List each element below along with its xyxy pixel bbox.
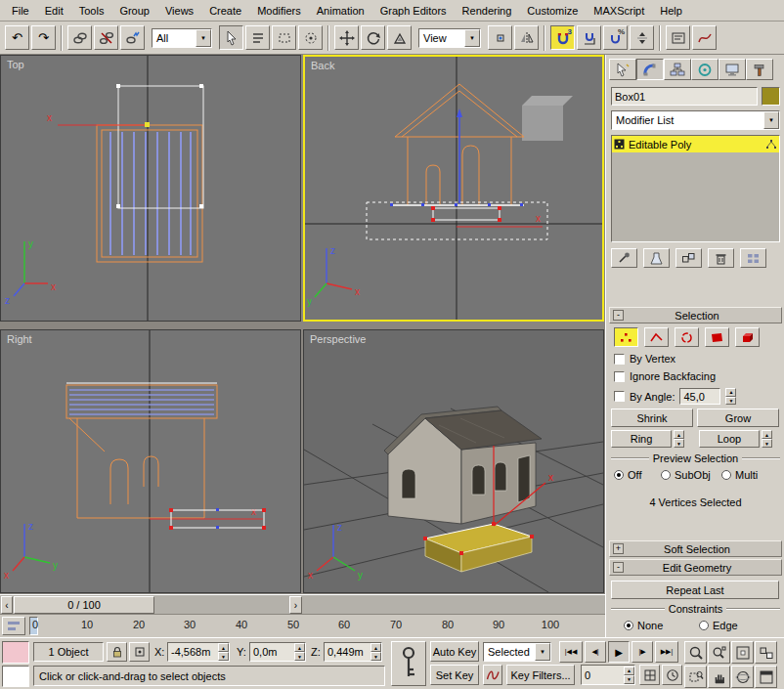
- set-key-selection-dropdown[interactable]: Selected ▼: [483, 642, 551, 662]
- constraint-edge-radio-row[interactable]: Edge: [699, 620, 738, 631]
- viewport-perspective[interactable]: Perspective: [303, 329, 604, 593]
- y-spinner[interactable]: ▲▼: [294, 643, 305, 661]
- arc-rotate-button[interactable]: [731, 666, 754, 688]
- time-slider-prev-button[interactable]: ‹: [1, 596, 13, 614]
- rollout-edit-geometry-header[interactable]: - Edit Geometry: [609, 559, 782, 576]
- subobject-element-button[interactable]: [735, 327, 760, 347]
- constraint-edge-radio[interactable]: [699, 621, 709, 630]
- y-coordinate-field[interactable]: 0,0m ▲▼: [249, 642, 306, 662]
- undo-button[interactable]: ↶: [5, 25, 29, 50]
- macro-recorder-mini-listener[interactable]: [2, 641, 29, 664]
- modifier-stack[interactable]: Editable Poly: [611, 135, 780, 242]
- window-crossing-toggle[interactable]: [298, 25, 323, 50]
- menu-item-file[interactable]: File: [4, 1, 37, 21]
- modifier-list-dropdown[interactable]: Modifier List ▼: [611, 110, 780, 130]
- remove-modifier-button[interactable]: [708, 248, 734, 268]
- zoom-region-button[interactable]: [684, 666, 707, 688]
- object-name-field[interactable]: Box01: [611, 87, 758, 106]
- viewport-right-canvas[interactable]: x z y x: [1, 330, 300, 592]
- tab-modify[interactable]: [636, 59, 664, 80]
- zoom-button[interactable]: [684, 641, 707, 664]
- house-plan-wireframe[interactable]: [97, 125, 202, 262]
- show-end-result-button[interactable]: [643, 248, 670, 268]
- rollout-soft-selection-header[interactable]: + Soft Selection: [609, 540, 782, 557]
- transform-gizmo[interactable]: x: [47, 112, 150, 127]
- redo-button[interactable]: ↷: [31, 25, 56, 50]
- snap-toggle-3d-button[interactable]: 3: [550, 25, 575, 50]
- key-mode-toggle-button[interactable]: [639, 665, 660, 685]
- menu-item-views[interactable]: Views: [157, 1, 201, 21]
- ignore-backfacing-checkbox[interactable]: [614, 371, 625, 382]
- spinner-down-icon[interactable]: ▼: [624, 675, 634, 684]
- spinner-down-icon[interactable]: ▼: [674, 439, 684, 448]
- preview-multi-radio[interactable]: [721, 470, 731, 480]
- selected-box-back-view[interactable]: [431, 206, 501, 222]
- select-by-name-button[interactable]: [245, 25, 270, 50]
- default-tangent-button[interactable]: [483, 665, 502, 685]
- x-spinner[interactable]: ▲▼: [218, 643, 229, 661]
- frame-spinner[interactable]: ▲▼: [624, 667, 634, 684]
- z-coordinate-field[interactable]: 0,449m ▲▼: [324, 642, 382, 662]
- use-center-flyout-button[interactable]: [488, 25, 512, 50]
- select-and-link-button[interactable]: [67, 25, 92, 50]
- menu-item-create[interactable]: Create: [201, 1, 249, 21]
- viewport-back-label[interactable]: Back: [311, 60, 334, 71]
- tab-hierarchy[interactable]: [664, 59, 691, 80]
- select-and-rotate-button[interactable]: [361, 25, 385, 50]
- spinner-down-icon[interactable]: ▼: [762, 439, 772, 448]
- go-to-end-button[interactable]: ▶▶|: [655, 641, 678, 663]
- preview-multi-radio-row[interactable]: Multi: [721, 469, 758, 481]
- spinner-up-icon[interactable]: ▲: [370, 643, 381, 652]
- by-vertex-checkbox[interactable]: [614, 354, 625, 365]
- mirror-button[interactable]: [514, 25, 539, 50]
- viewport-back-canvas[interactable]: x z x y: [305, 57, 602, 320]
- tab-utilities[interactable]: [746, 59, 773, 80]
- loop-button[interactable]: Loop: [699, 430, 760, 448]
- key-filters-button[interactable]: Key Filters...: [506, 665, 575, 685]
- absolute-offset-toggle[interactable]: [129, 642, 150, 662]
- select-object-button[interactable]: [219, 25, 243, 50]
- constraint-none-radio[interactable]: [624, 621, 633, 630]
- time-slider[interactable]: ‹ 0 / 100 ›: [0, 594, 605, 614]
- viewport-perspective-label[interactable]: Perspective: [310, 333, 366, 345]
- spinner-down-icon[interactable]: ▼: [294, 652, 305, 661]
- by-vertex-checkbox-row[interactable]: By Vertex: [614, 353, 675, 365]
- go-to-start-button[interactable]: |◀◀: [559, 641, 583, 663]
- set-key-button[interactable]: Set Key: [430, 665, 479, 685]
- spinner-up-icon[interactable]: ▲: [624, 667, 634, 675]
- tab-motion[interactable]: [691, 59, 719, 80]
- subobject-vertex-button[interactable]: [614, 327, 638, 347]
- viewport-top-label[interactable]: Top: [7, 59, 24, 70]
- tab-display[interactable]: [719, 59, 746, 80]
- ring-spinner[interactable]: ▲ ▼: [674, 430, 684, 448]
- spinner-down-icon[interactable]: ▼: [725, 397, 736, 406]
- roof-beams[interactable]: [66, 383, 217, 418]
- viewport-perspective-canvas[interactable]: x z x y: [304, 330, 603, 592]
- reference-coordinate-dropdown[interactable]: View ▼: [418, 28, 481, 48]
- spinner-snap-button[interactable]: [630, 25, 654, 50]
- viewport-right-label[interactable]: Right: [7, 333, 32, 345]
- ring-button[interactable]: Ring: [611, 430, 672, 448]
- subobject-edge-button[interactable]: [644, 327, 669, 347]
- spinner-up-icon[interactable]: ▲: [725, 388, 736, 397]
- pin-stack-button[interactable]: [611, 248, 637, 268]
- unlink-selection-button[interactable]: [94, 25, 118, 50]
- by-angle-spinner[interactable]: ▲ ▼: [725, 388, 736, 405]
- spinner-down-icon[interactable]: ▼: [218, 652, 229, 661]
- selection-lock-button[interactable]: [107, 642, 127, 662]
- transform-gizmo[interactable]: x: [150, 506, 263, 519]
- roof-beams[interactable]: [110, 132, 191, 255]
- preview-subobj-radio-row[interactable]: SubObj: [661, 469, 711, 481]
- spinner-up-icon[interactable]: ▲: [762, 430, 772, 439]
- curve-editor-button[interactable]: [692, 25, 717, 50]
- menu-item-tools[interactable]: Tools: [71, 1, 112, 21]
- spinner-down-icon[interactable]: ▼: [370, 652, 381, 661]
- preview-off-radio[interactable]: [614, 470, 624, 480]
- pan-button[interactable]: [708, 666, 730, 688]
- viewport-right[interactable]: Right x: [0, 329, 301, 593]
- grow-button[interactable]: Grow: [697, 409, 779, 427]
- select-and-scale-button[interactable]: [387, 25, 412, 50]
- angle-snap-button[interactable]: [577, 25, 601, 50]
- configure-modifier-sets-button[interactable]: [740, 248, 766, 268]
- preview-off-radio-row[interactable]: Off: [614, 469, 641, 481]
